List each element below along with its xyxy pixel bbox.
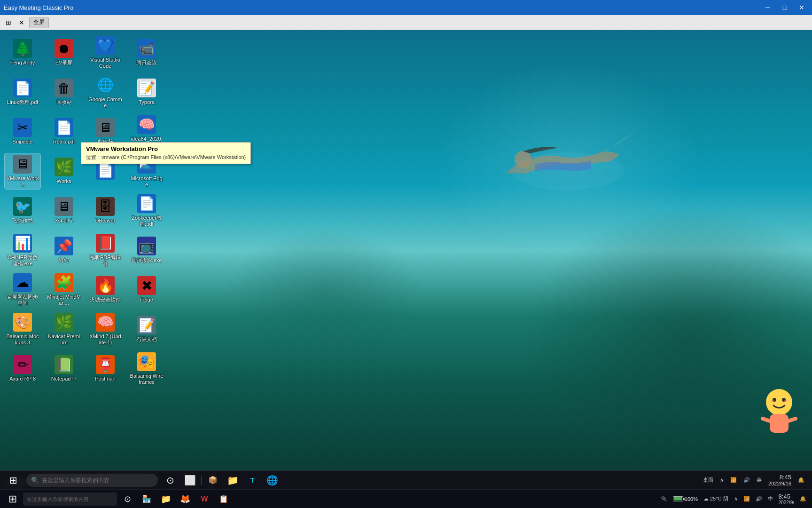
desktop-icon-feige[interactable]: ✖Feige (129, 272, 164, 308)
taskbar-app-1[interactable]: 📦 (203, 472, 222, 489)
icon-image-this-pc: 🖥 (96, 118, 115, 137)
desktop-icon-vscode[interactable]: 💙Visual Studio Code (87, 35, 123, 71)
desktop-icon-xmind[interactable]: 🧠XMind 7 (Update 1) (87, 311, 123, 347)
maximize-button[interactable]: □ (778, 3, 791, 12)
desktop-icon-shimo[interactable]: 📝石墨文档 (129, 311, 164, 347)
desktop-icon-tongping[interactable]: 📺同屏投影.exe (129, 232, 164, 268)
desktop-icon-baidu-net[interactable]: ☁百度网盘同步空间 (5, 272, 40, 308)
icon-image-vmware: 🖥 (13, 155, 32, 174)
desktop-icon-navicat[interactable]: 🌿Navicat Premium (46, 311, 82, 347)
taskbar-chrome[interactable]: 🌐 (263, 472, 281, 489)
battery-percent: 100% (685, 496, 698, 502)
icon-label-linux-pdf: Linux教程.pdf (7, 99, 39, 105)
weather-label: 25°C 阴 (710, 496, 728, 501)
host-battery[interactable]: 100% (671, 495, 700, 503)
desktop-icon-feishu-writer[interactable]: 🐦飞鸽传书 (5, 193, 40, 229)
tray-expand[interactable]: ∧ (718, 476, 726, 484)
desktop-icon-google-chrome[interactable]: 🌐Google Chrome (87, 74, 123, 110)
icon-label-baidu-net: 百度网盘同步空间 (6, 294, 39, 306)
desktop-icon-redis-pdf[interactable]: 📄Redis.pdf (46, 114, 82, 150)
desktop-icon-postman[interactable]: 📮Postman (87, 351, 123, 387)
desktop-icon-huocheng[interactable]: 🔥火城安全软件 (87, 272, 123, 308)
search-bar[interactable]: 🔍 (26, 474, 158, 487)
host-expand[interactable]: ∧ (732, 495, 740, 503)
desktop-icon-zookeeper2[interactable]: 📄Zookeeper教程.pdf (129, 193, 164, 229)
icon-label-dingding: 钉钉 (59, 257, 69, 263)
taskbar-task-view[interactable]: ⬜ (180, 472, 199, 489)
icon-label-tencent-meeting: 腾讯会议 (136, 60, 157, 66)
icon-label-tongping: 同屏投影.exe (132, 257, 162, 263)
desktop-icon-recycle-bin[interactable]: 🗑回收站 (46, 74, 82, 110)
desktop-icon-axure[interactable]: ✏Axure RP 8 (5, 351, 40, 387)
notification-icon[interactable]: 🔔 (796, 476, 806, 484)
taskbar-app-3[interactable]: T (243, 472, 262, 489)
fullscreen-button[interactable]: 全屏 (29, 17, 49, 28)
icon-label-navicat: Navicat Premium (47, 333, 81, 346)
host-firefox[interactable]: 🦊 (176, 491, 194, 508)
icon-image-mindjet: 🧩 (55, 273, 73, 292)
icon-label-shimo: 石墨文档 (136, 336, 157, 342)
icon-image-xmind: 🧠 (96, 313, 115, 332)
tray-desktop-label[interactable]: 桌面 (701, 476, 715, 484)
svg-point-5 (771, 400, 774, 402)
host-cortana[interactable]: ⊙ (118, 491, 136, 508)
minimize-button[interactable]: ─ (761, 3, 774, 12)
icon-image-linux-pdf: 📄 (13, 79, 32, 97)
host-clock[interactable]: 8:45 2022/9/ (777, 492, 796, 506)
desktop-icon-balsamiq-mockups[interactable]: 🎨Balsamiq Mockups 3 (5, 311, 40, 347)
desktop-icon-vmware[interactable]: 🖥VMware Works (5, 153, 40, 189)
system-tray: 桌面 ∧ 📶 🔊 英 8:45 2022/9/16 🔔 (701, 473, 809, 487)
host-notification[interactable]: 🔔 (798, 495, 808, 503)
desktop-icon-dingding[interactable]: 📌钉钉 (46, 232, 82, 268)
host-system-tray: 🔌 100% ☁ 25°C 阴 ∧ 📶 🔊 中 8:45 2022/9/ 🔔 (659, 492, 808, 506)
desktop-icon-xshell[interactable]: 🖥Xshell 7 (46, 193, 82, 229)
desktop-icon-notepadpp[interactable]: 📗Notepad++ (46, 351, 82, 387)
taskbar-cortana[interactable]: ⊙ (161, 472, 180, 489)
close-button[interactable]: ✕ (795, 3, 808, 12)
tray-volume[interactable]: 🔊 (742, 476, 752, 484)
desktop-icon-snipaste[interactable]: ✂Snipaste (5, 114, 40, 150)
host-app-6[interactable]: 📋 (215, 491, 233, 508)
icon-image-recycle-bin: 🗑 (55, 79, 73, 97)
desktop-icon-vmware-works2[interactable]: 🌿Works (46, 153, 82, 189)
host-network[interactable]: 📶 (742, 495, 752, 503)
toolbar-icon-2[interactable]: ✕ (16, 17, 27, 28)
host-search-bar[interactable] (23, 492, 117, 506)
host-volume[interactable]: 🔊 (754, 495, 764, 503)
desktop-icon-balsamiq-wireframes[interactable]: 🎭Balsamiq Wireframes (129, 351, 164, 387)
host-wps[interactable]: W (195, 491, 213, 508)
desktop-icon-chiner[interactable]: 📊CHINER元数建模.exe (5, 232, 40, 268)
clock[interactable]: 8:45 2022/9/16 (766, 473, 793, 487)
host-store[interactable]: 🏪 (138, 491, 156, 508)
toolbar-icon-1[interactable]: ⊞ (3, 17, 14, 28)
host-files[interactable]: 📁 (157, 491, 175, 508)
desktop-icon-fujian-pdf[interactable]: 📕福昕PDF编辑器 (87, 232, 123, 268)
desktop-icon-feng-andy[interactable]: 🌲Feng Andy (5, 35, 40, 71)
start-button[interactable]: ⊞ (3, 472, 23, 489)
icon-label-feige: Feige (140, 297, 153, 303)
icon-image-fujian-pdf: 📕 (96, 234, 115, 253)
icon-image-redis-pdf: 📄 (55, 118, 73, 137)
desktop-icon-mindjet[interactable]: 🧩Mindjet MindMan... (46, 272, 82, 308)
tray-ime[interactable]: 英 (755, 476, 764, 484)
host-start-button[interactable]: ⊞ (4, 491, 22, 508)
taskbar-app-2[interactable]: 📁 (223, 472, 242, 489)
search-input[interactable] (42, 477, 141, 484)
desktop-icon-ev-recorder[interactable]: ⏺EV录屏 (46, 35, 82, 71)
icon-label-xmind: XMind 7 (Update 1) (88, 333, 122, 346)
tray-network[interactable]: 📶 (728, 476, 739, 484)
host-weather[interactable]: ☁ 25°C 阴 (702, 494, 730, 503)
icon-label-xshell: Xshell 7 (55, 218, 73, 224)
desktop-icon-dbeaver[interactable]: 🗄DBeaver (87, 193, 123, 229)
host-search-input[interactable] (27, 496, 97, 502)
host-ime[interactable]: 中 (766, 494, 775, 503)
host-tray-plug[interactable]: 🔌 (659, 495, 669, 503)
vmware-tooltip: VMware Workstation Pro 位置：vmware (C:\Pro… (81, 142, 251, 164)
vm-taskbar: ⊞ 🔍 ⊙ ⬜ 📦 📁 T 🌐 桌面 ∧ 📶 🔊 英 8:45 2022/9/1… (0, 470, 812, 489)
desktop-icon-tencent-meeting[interactable]: 📹腾讯会议 (129, 35, 164, 71)
desktop-icon-typora[interactable]: 📝Typora (129, 74, 164, 110)
icon-label-zookeeper2: Zookeeper教程.pdf (130, 215, 164, 227)
desktop-icon-linux-pdf[interactable]: 📄Linux教程.pdf (5, 74, 40, 110)
tooltip-path-label: 位置： (86, 154, 102, 160)
icon-label-chiner: CHINER元数建模.exe (6, 254, 39, 267)
